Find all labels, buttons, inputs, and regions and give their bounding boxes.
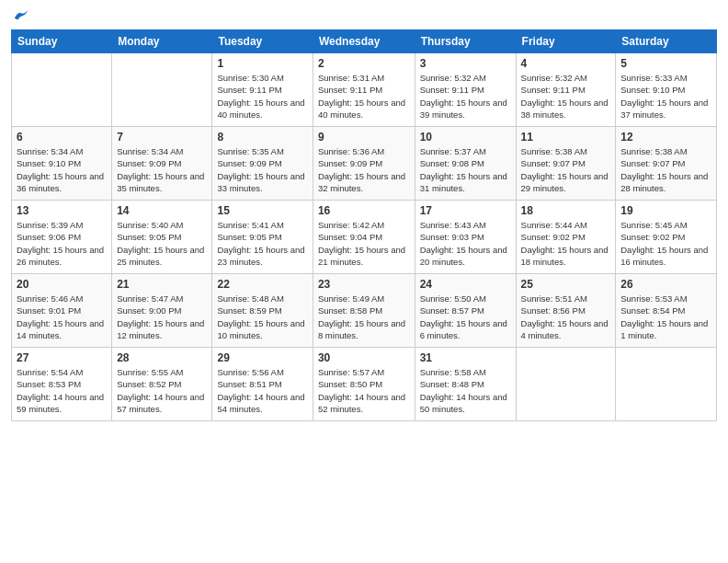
day-number: 23 xyxy=(318,278,410,291)
calendar-body: 1Sunrise: 5:30 AM Sunset: 9:11 PM Daylig… xyxy=(12,53,717,421)
calendar-cell: 9Sunrise: 5:36 AM Sunset: 9:09 PM Daylig… xyxy=(313,127,415,201)
day-number: 16 xyxy=(318,204,410,217)
logo xyxy=(11,9,29,22)
day-number: 18 xyxy=(521,204,611,217)
day-number: 26 xyxy=(620,278,711,291)
day-number: 12 xyxy=(620,131,711,144)
day-info: Sunrise: 5:56 AM Sunset: 8:51 PM Dayligh… xyxy=(217,366,307,415)
calendar-cell: 31Sunrise: 5:58 AM Sunset: 8:48 PM Dayli… xyxy=(415,348,516,421)
day-number: 1 xyxy=(217,57,307,70)
day-number: 21 xyxy=(117,278,207,291)
calendar-cell: 22Sunrise: 5:48 AM Sunset: 8:59 PM Dayli… xyxy=(212,274,313,348)
day-number: 9 xyxy=(318,131,410,144)
calendar-cell: 11Sunrise: 5:38 AM Sunset: 9:07 PM Dayli… xyxy=(516,127,616,201)
calendar-cell: 12Sunrise: 5:38 AM Sunset: 9:07 PM Dayli… xyxy=(616,127,717,201)
day-number: 30 xyxy=(318,351,410,364)
day-info: Sunrise: 5:39 AM Sunset: 9:06 PM Dayligh… xyxy=(17,219,107,268)
day-number: 25 xyxy=(521,278,611,291)
day-info: Sunrise: 5:55 AM Sunset: 8:52 PM Dayligh… xyxy=(117,366,207,415)
calendar-cell: 26Sunrise: 5:53 AM Sunset: 8:54 PM Dayli… xyxy=(616,274,717,348)
calendar-cell: 24Sunrise: 5:50 AM Sunset: 8:57 PM Dayli… xyxy=(415,274,516,348)
calendar-cell: 25Sunrise: 5:51 AM Sunset: 8:56 PM Dayli… xyxy=(516,274,616,348)
calendar-cell: 14Sunrise: 5:40 AM Sunset: 9:05 PM Dayli… xyxy=(112,201,212,274)
day-info: Sunrise: 5:35 AM Sunset: 9:09 PM Dayligh… xyxy=(217,145,307,194)
day-number: 24 xyxy=(420,278,511,291)
calendar-cell: 7Sunrise: 5:34 AM Sunset: 9:09 PM Daylig… xyxy=(112,127,212,201)
day-info: Sunrise: 5:51 AM Sunset: 8:56 PM Dayligh… xyxy=(521,293,611,341)
calendar-cell: 19Sunrise: 5:45 AM Sunset: 9:02 PM Dayli… xyxy=(616,201,717,274)
calendar-cell: 21Sunrise: 5:47 AM Sunset: 9:00 PM Dayli… xyxy=(112,274,212,348)
day-info: Sunrise: 5:54 AM Sunset: 8:53 PM Dayligh… xyxy=(17,366,107,415)
day-info: Sunrise: 5:38 AM Sunset: 9:07 PM Dayligh… xyxy=(620,145,711,194)
calendar-cell: 8Sunrise: 5:35 AM Sunset: 9:09 PM Daylig… xyxy=(212,127,313,201)
calendar-cell: 18Sunrise: 5:44 AM Sunset: 9:02 PM Dayli… xyxy=(516,201,616,274)
day-number: 7 xyxy=(117,131,207,144)
calendar-cell: 30Sunrise: 5:57 AM Sunset: 8:50 PM Dayli… xyxy=(313,348,415,421)
day-info: Sunrise: 5:47 AM Sunset: 9:00 PM Dayligh… xyxy=(117,293,207,341)
calendar-cell: 20Sunrise: 5:46 AM Sunset: 9:01 PM Dayli… xyxy=(12,274,112,348)
calendar-header-row: SundayMondayTuesdayWednesdayThursdayFrid… xyxy=(12,30,717,53)
day-info: Sunrise: 5:30 AM Sunset: 9:11 PM Dayligh… xyxy=(217,72,307,121)
day-number: 5 xyxy=(620,57,711,70)
weekday-header-wednesday: Wednesday xyxy=(313,30,415,53)
calendar-week-row: 20Sunrise: 5:46 AM Sunset: 9:01 PM Dayli… xyxy=(12,274,717,348)
calendar-cell: 4Sunrise: 5:32 AM Sunset: 9:11 PM Daylig… xyxy=(516,53,616,127)
day-info: Sunrise: 5:34 AM Sunset: 9:09 PM Dayligh… xyxy=(117,145,207,194)
calendar-cell: 27Sunrise: 5:54 AM Sunset: 8:53 PM Dayli… xyxy=(12,348,112,421)
calendar-cell xyxy=(12,53,112,127)
weekday-header-thursday: Thursday xyxy=(415,30,516,53)
day-number: 20 xyxy=(17,278,107,291)
day-info: Sunrise: 5:34 AM Sunset: 9:10 PM Dayligh… xyxy=(17,145,107,194)
day-info: Sunrise: 5:36 AM Sunset: 9:09 PM Dayligh… xyxy=(318,145,410,194)
day-number: 6 xyxy=(17,131,107,144)
weekday-header-monday: Monday xyxy=(112,30,212,53)
day-number: 13 xyxy=(17,204,107,217)
day-number: 10 xyxy=(420,131,511,144)
day-info: Sunrise: 5:32 AM Sunset: 9:11 PM Dayligh… xyxy=(420,72,511,121)
calendar-cell: 10Sunrise: 5:37 AM Sunset: 9:08 PM Dayli… xyxy=(415,127,516,201)
day-number: 2 xyxy=(318,57,410,70)
calendar-week-row: 1Sunrise: 5:30 AM Sunset: 9:11 PM Daylig… xyxy=(12,53,717,127)
day-info: Sunrise: 5:57 AM Sunset: 8:50 PM Dayligh… xyxy=(318,366,410,415)
calendar-cell: 13Sunrise: 5:39 AM Sunset: 9:06 PM Dayli… xyxy=(12,201,112,274)
weekday-header-friday: Friday xyxy=(516,30,616,53)
calendar-week-row: 13Sunrise: 5:39 AM Sunset: 9:06 PM Dayli… xyxy=(12,201,717,274)
day-number: 14 xyxy=(117,204,207,217)
logo-bird-icon xyxy=(13,9,29,22)
calendar-cell: 17Sunrise: 5:43 AM Sunset: 9:03 PM Dayli… xyxy=(415,201,516,274)
day-info: Sunrise: 5:33 AM Sunset: 9:10 PM Dayligh… xyxy=(620,72,711,121)
day-info: Sunrise: 5:49 AM Sunset: 8:58 PM Dayligh… xyxy=(318,293,410,341)
day-number: 29 xyxy=(217,351,307,364)
day-info: Sunrise: 5:38 AM Sunset: 9:07 PM Dayligh… xyxy=(521,145,611,194)
day-info: Sunrise: 5:48 AM Sunset: 8:59 PM Dayligh… xyxy=(217,293,307,341)
day-number: 4 xyxy=(521,57,611,70)
calendar-cell: 23Sunrise: 5:49 AM Sunset: 8:58 PM Dayli… xyxy=(313,274,415,348)
calendar-cell xyxy=(616,348,717,421)
day-info: Sunrise: 5:44 AM Sunset: 9:02 PM Dayligh… xyxy=(521,219,611,268)
day-number: 8 xyxy=(217,131,307,144)
day-info: Sunrise: 5:31 AM Sunset: 9:11 PM Dayligh… xyxy=(318,72,410,121)
calendar-week-row: 27Sunrise: 5:54 AM Sunset: 8:53 PM Dayli… xyxy=(12,348,717,421)
calendar-cell: 5Sunrise: 5:33 AM Sunset: 9:10 PM Daylig… xyxy=(616,53,717,127)
day-number: 17 xyxy=(420,204,511,217)
day-info: Sunrise: 5:53 AM Sunset: 8:54 PM Dayligh… xyxy=(620,293,711,341)
day-number: 19 xyxy=(620,204,711,217)
day-info: Sunrise: 5:40 AM Sunset: 9:05 PM Dayligh… xyxy=(117,219,207,268)
day-number: 15 xyxy=(217,204,307,217)
calendar-cell: 28Sunrise: 5:55 AM Sunset: 8:52 PM Dayli… xyxy=(112,348,212,421)
weekday-header-tuesday: Tuesday xyxy=(212,30,313,53)
calendar-table: SundayMondayTuesdayWednesdayThursdayFrid… xyxy=(11,29,717,421)
day-info: Sunrise: 5:42 AM Sunset: 9:04 PM Dayligh… xyxy=(318,219,410,268)
calendar-cell: 6Sunrise: 5:34 AM Sunset: 9:10 PM Daylig… xyxy=(12,127,112,201)
day-info: Sunrise: 5:50 AM Sunset: 8:57 PM Dayligh… xyxy=(420,293,511,341)
day-info: Sunrise: 5:46 AM Sunset: 9:01 PM Dayligh… xyxy=(17,293,107,341)
calendar-cell xyxy=(516,348,616,421)
weekday-header-sunday: Sunday xyxy=(12,30,112,53)
day-number: 31 xyxy=(420,351,511,364)
calendar-cell: 1Sunrise: 5:30 AM Sunset: 9:11 PM Daylig… xyxy=(212,53,313,127)
calendar-cell: 16Sunrise: 5:42 AM Sunset: 9:04 PM Dayli… xyxy=(313,201,415,274)
calendar-cell: 29Sunrise: 5:56 AM Sunset: 8:51 PM Dayli… xyxy=(212,348,313,421)
day-info: Sunrise: 5:41 AM Sunset: 9:05 PM Dayligh… xyxy=(217,219,307,268)
calendar-cell xyxy=(112,53,212,127)
calendar-week-row: 6Sunrise: 5:34 AM Sunset: 9:10 PM Daylig… xyxy=(12,127,717,201)
